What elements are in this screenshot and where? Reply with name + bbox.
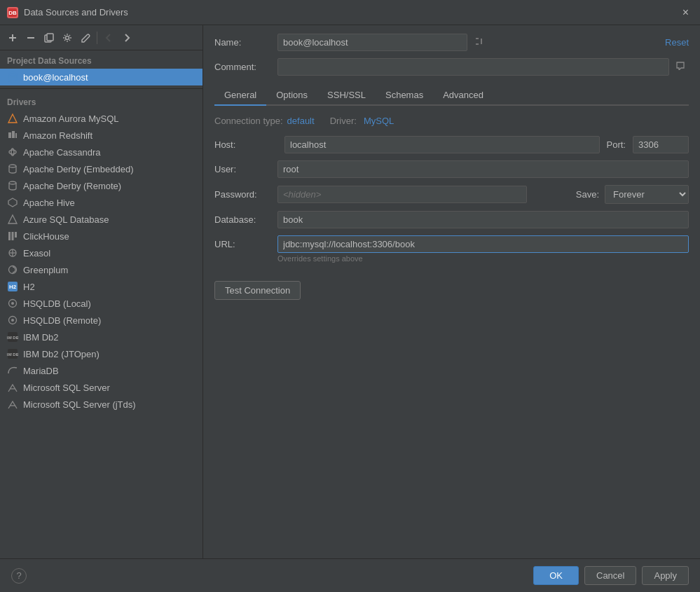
connection-type-row: Connection type: default Driver: MySQL (214, 116, 689, 126)
dialog: DB Data Sources and Drivers × (0, 0, 700, 592)
driver-item[interactable]: HSQLDB (Remote) (0, 312, 203, 329)
name-row: Name: Reset (214, 34, 689, 51)
add-button[interactable] (4, 31, 21, 45)
host-port-row: Host: Port: (214, 136, 689, 153)
test-connection-area: Test Connection (214, 281, 689, 300)
svg-text:DB: DB (8, 10, 17, 16)
hive-icon (7, 197, 18, 208)
comment-expand-button[interactable] (672, 60, 689, 74)
driver-item[interactable]: MariaDB (0, 362, 203, 379)
driver-item[interactable]: IBM DB2 IBM Db2 (JTOpen) (0, 345, 203, 362)
driver-label: Driver: (330, 116, 357, 126)
driver-item[interactable]: Apache Hive (0, 194, 203, 211)
exasol-icon (7, 247, 18, 259)
name-label: Name: (214, 37, 277, 48)
password-input[interactable] (277, 186, 527, 203)
driver-item[interactable]: Amazon Aurora MySQL (0, 110, 203, 127)
driver-item-cassandra[interactable]: Apache Cassandra (0, 144, 203, 160)
help-button[interactable]: ? (11, 568, 27, 584)
ok-button[interactable]: OK (533, 566, 579, 585)
driver-item[interactable]: Apache Derby (Remote) (0, 177, 203, 194)
redshift-icon (7, 130, 18, 141)
port-input[interactable] (633, 136, 689, 153)
tabs-bar: General Options SSH/SSL Schemas Advanced (214, 85, 689, 106)
svg-rect-18 (8, 232, 11, 240)
bottom-bar: ? OK Cancel Apply (0, 558, 700, 592)
database-label: Database: (214, 214, 277, 225)
close-button[interactable]: × (678, 5, 693, 20)
svg-point-13 (9, 150, 16, 154)
svg-text:H2: H2 (9, 284, 17, 290)
tab-advanced[interactable]: Advanced (433, 85, 493, 106)
apply-button[interactable]: Apply (642, 566, 689, 585)
user-row: User: (214, 160, 689, 178)
cancel-button[interactable]: Cancel (584, 566, 636, 585)
remove-button[interactable] (22, 31, 39, 45)
reset-link[interactable]: Reset (665, 37, 689, 48)
driver-item[interactable]: Exasol (0, 245, 203, 261)
driver-item[interactable]: Apache Derby (Embedded) (0, 160, 203, 177)
ibmdb2-icon: IBM DB2 (7, 331, 18, 343)
name-expand-button[interactable] (470, 35, 487, 50)
database-row: Database: (214, 211, 689, 228)
url-row: URL: Overrides settings above (214, 235, 689, 271)
save-dropdown[interactable]: Forever Until restart Never (605, 185, 689, 204)
svg-point-30 (11, 319, 14, 322)
save-label: Save: (576, 189, 599, 200)
hsqldb-remote-icon (7, 315, 18, 326)
edit-button[interactable] (77, 31, 94, 45)
connection-type-value[interactable]: default (287, 116, 315, 126)
user-input[interactable] (277, 160, 689, 178)
test-connection-button[interactable]: Test Connection (214, 281, 301, 300)
tab-sshssl[interactable]: SSH/SSL (317, 85, 376, 106)
comment-label: Comment: (214, 62, 277, 72)
tab-general[interactable]: General (214, 85, 266, 106)
right-panel: Name: Reset Comment: General Options (203, 25, 700, 558)
driver-item[interactable]: Amazon Redshift (0, 127, 203, 144)
driver-item[interactable]: Greenplum (0, 261, 203, 278)
svg-point-7 (66, 36, 69, 39)
driver-item[interactable]: ClickHouse (0, 228, 203, 245)
datasource-label: book@localhost (23, 72, 88, 83)
project-section-header: Project Data Sources (0, 50, 203, 69)
driver-item[interactable]: Microsoft SQL Server (0, 379, 203, 396)
settings-button[interactable] (59, 31, 76, 45)
copy-button[interactable] (41, 31, 57, 45)
h2-icon: H2 (7, 281, 18, 292)
password-row: Password: Save: Forever Until restart Ne… (214, 185, 689, 204)
url-input[interactable] (277, 235, 689, 253)
tab-options[interactable]: Options (266, 85, 317, 106)
svg-text:IBM DB2: IBM DB2 (7, 352, 18, 357)
driver-value[interactable]: MySQL (364, 116, 394, 126)
drivers-section-header: Drivers (0, 92, 203, 110)
aurora-icon (7, 113, 18, 124)
left-panel: Project Data Sources book@localhost Driv… (0, 25, 203, 558)
back-button[interactable] (100, 31, 117, 45)
svg-marker-17 (8, 198, 17, 207)
tab-schemas[interactable]: Schemas (376, 85, 433, 106)
driver-item[interactable]: H2 H2 (0, 278, 203, 295)
url-container: Overrides settings above (277, 235, 689, 271)
svg-rect-20 (15, 232, 17, 238)
driver-item[interactable]: Azure SQL Database (0, 211, 203, 228)
hsqldb-icon (7, 298, 18, 309)
comment-input[interactable] (277, 58, 669, 76)
comment-row: Comment: (214, 58, 689, 76)
driver-item[interactable]: Microsoft SQL Server (jTds) (0, 396, 203, 413)
driver-item[interactable]: IBM DB2 IBM Db2 (0, 329, 203, 345)
datasource-item-localhost[interactable]: book@localhost (0, 69, 203, 85)
svg-point-8 (8, 73, 17, 76)
title-bar-text: Data Sources and Drivers (24, 7, 678, 18)
svg-point-16 (9, 181, 16, 184)
connection-type-label: Connection type: (214, 116, 283, 126)
database-input[interactable] (277, 211, 689, 228)
driver-item[interactable]: HSQLDB (Local) (0, 295, 203, 312)
content-area: Project Data Sources book@localhost Driv… (0, 25, 700, 558)
mssql-jtds-icon (7, 399, 18, 410)
host-input[interactable] (284, 136, 600, 153)
forward-button[interactable] (118, 31, 135, 45)
cassandra-icon (7, 146, 18, 158)
name-input[interactable] (277, 34, 467, 51)
toolbar-separator (97, 32, 97, 44)
svg-point-28 (11, 302, 14, 305)
